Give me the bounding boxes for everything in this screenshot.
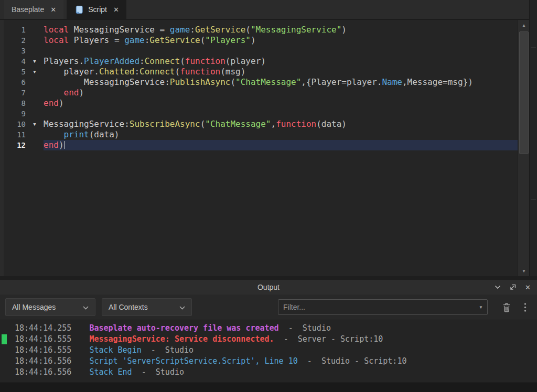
contexts-filter-label: All Contexts	[109, 303, 148, 311]
line-number: 6	[4, 77, 26, 88]
messages-filter-dropdown[interactable]: All Messages	[5, 298, 95, 316]
code-line: 3	[4, 46, 518, 56]
run-marker	[2, 334, 7, 344]
script-icon	[74, 5, 84, 15]
fold-spacer	[26, 140, 44, 150]
fold-spacer	[26, 108, 44, 119]
code-line: 10▼MessagingService:SubscribeAsync("Chat…	[4, 119, 518, 129]
code-line: 1local MessagingService = game:GetServic…	[4, 25, 518, 35]
close-panel-icon[interactable]: ✕	[525, 284, 531, 291]
code-text: print(data)	[44, 129, 518, 140]
document-tab-bar: Baseplate ✕ Script ✕	[0, 0, 530, 20]
log-message: Stack End	[89, 367, 132, 377]
code-text: MessagingService:SubscribeAsync("ChatMes…	[44, 119, 518, 129]
tab-script-label: Script	[88, 5, 107, 14]
log-source: - Studio	[132, 367, 184, 377]
panel-menu-chevron-icon[interactable]	[495, 285, 501, 289]
code-text: end)	[44, 140, 518, 150]
code-text: end)	[44, 98, 518, 108]
line-number: 4	[4, 56, 26, 67]
line-number: 10	[4, 119, 26, 129]
fold-arrow-icon[interactable]: ▼	[26, 56, 44, 67]
line-number: 5	[4, 67, 26, 77]
fold-arrow-icon[interactable]: ▼	[26, 67, 44, 77]
fold-spacer	[26, 129, 44, 140]
output-title: Output	[257, 283, 280, 291]
code-text: player.Chatted:Connect(function(msg)	[44, 67, 518, 77]
scrollbar-thumb[interactable]	[519, 31, 529, 154]
fold-spacer	[26, 98, 44, 108]
code-line: 2local Players = game:GetService("Player…	[4, 35, 518, 46]
output-log[interactable]: 18:44:14.255Baseplate auto-recovery file…	[0, 320, 537, 383]
code-line: 4▼Players.PlayerAdded:Connect(function(p…	[4, 56, 518, 67]
tab-baseplate[interactable]: Baseplate ✕	[4, 0, 67, 19]
roblox-studio-window: Baseplate ✕ Script ✕ 1local MessagingSer…	[0, 0, 537, 392]
bottom-dock-edge	[0, 383, 537, 392]
code-text	[44, 108, 518, 119]
code-lines: 1local MessagingService = game:GetServic…	[4, 25, 518, 150]
log-timestamp: 18:44:14.255	[15, 323, 71, 333]
line-number: 11	[4, 129, 26, 140]
fold-spacer	[26, 77, 44, 88]
more-options-kebab-icon[interactable]	[520, 300, 530, 314]
line-number: 7	[4, 88, 26, 98]
output-row: 18:44:14.255Baseplate auto-recovery file…	[0, 323, 537, 334]
output-row: 18:44:16.555Stack Begin - Studio	[0, 345, 537, 356]
code-line: 8end)	[4, 98, 518, 108]
code-text	[44, 46, 518, 56]
fold-spacer	[26, 88, 44, 98]
code-editor[interactable]: 1local MessagingService = game:GetServic…	[0, 20, 530, 276]
tab-script[interactable]: Script ✕	[67, 0, 126, 19]
fold-spacer	[26, 46, 44, 56]
log-source: - Server - Script:10	[274, 334, 383, 344]
panel-splitter[interactable]	[0, 276, 537, 280]
code-text: local Players = game:GetService("Players…	[44, 35, 518, 46]
output-header: Output ✕	[0, 280, 537, 295]
output-row: 18:44:16.555MessagingService: Service di…	[0, 334, 537, 345]
messages-filter-label: All Messages	[12, 303, 56, 311]
filter-combobox[interactable]: ▼	[278, 299, 488, 315]
fold-spacer	[26, 25, 44, 35]
chevron-down-icon	[83, 303, 89, 311]
log-message: Stack Begin	[89, 345, 141, 355]
line-number: 1	[4, 25, 26, 35]
log-timestamp: 18:44:16.555	[15, 345, 71, 355]
code-text: local MessagingService = game:GetService…	[44, 25, 518, 35]
filter-input[interactable]	[278, 300, 475, 314]
tab-close-icon[interactable]: ✕	[50, 6, 56, 14]
right-dock-edge	[529, 0, 537, 276]
contexts-filter-dropdown[interactable]: All Contexts	[102, 298, 192, 316]
code-line: 5▼ player.Chatted:Connect(function(msg)	[4, 67, 518, 77]
tab-close-icon[interactable]: ✕	[113, 6, 119, 14]
log-source: - Studio	[142, 345, 194, 355]
code-text: MessagingService:PublishAsync("ChatMessa…	[44, 77, 518, 88]
log-source: - Studio	[279, 323, 331, 333]
line-number: 12	[4, 140, 26, 150]
line-number: 8	[4, 98, 26, 108]
code-line: 12end)	[4, 140, 518, 150]
undock-panel-icon[interactable]	[509, 284, 517, 291]
line-number: 2	[4, 35, 26, 46]
log-source: - Studio - Script:10	[298, 356, 407, 366]
scroll-down-icon[interactable]: ▼	[518, 266, 530, 276]
clear-output-trash-icon[interactable]	[499, 300, 514, 314]
fold-arrow-icon[interactable]: ▼	[26, 119, 44, 129]
tab-baseplate-label: Baseplate	[12, 5, 44, 14]
log-message: Script 'ServerScriptService.Script', Lin…	[89, 356, 297, 366]
code-line: 6 MessagingService:PublishAsync("ChatMes…	[4, 77, 518, 88]
combo-arrow-icon[interactable]: ▼	[475, 305, 487, 310]
line-number: 3	[4, 46, 26, 56]
scroll-up-icon[interactable]: ▲	[518, 20, 530, 30]
editor-scrollbar[interactable]: ▲ ▼	[518, 20, 530, 276]
code-text: end)	[44, 88, 518, 98]
text-caret	[65, 141, 65, 149]
log-message: MessagingService: Service disconnected.	[89, 334, 274, 344]
chevron-down-icon	[179, 303, 185, 311]
script-editor-pane: Baseplate ✕ Script ✕ 1local MessagingSer…	[0, 0, 530, 276]
log-message: Baseplate auto-recovery file was created	[89, 323, 278, 333]
output-panel: Output ✕ All Messages	[0, 280, 537, 383]
log-timestamp: 18:44:16.556	[15, 356, 71, 366]
line-number: 9	[4, 108, 26, 119]
log-timestamp: 18:44:16.556	[15, 367, 71, 377]
code-line: 9	[4, 108, 518, 119]
